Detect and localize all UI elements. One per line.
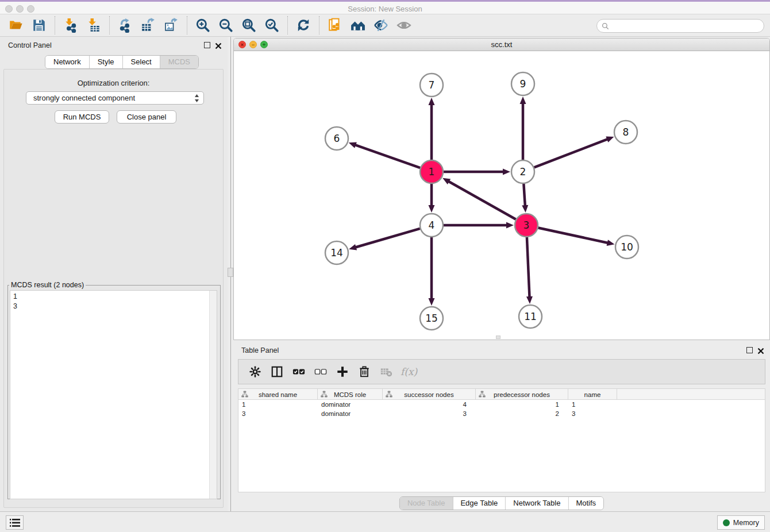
toolbar-separator	[319, 16, 319, 34]
network-window-titlebar[interactable]: × − + scc.txt	[234, 38, 769, 51]
close-panel-button[interactable]: Close panel	[117, 110, 176, 124]
control-panel-title: Control Panel	[8, 41, 52, 49]
app-title: Session: New Session	[0, 5, 770, 13]
network-graph[interactable]: 7968124314101511	[234, 52, 770, 340]
table-row[interactable]: 1dominator411	[238, 400, 765, 409]
graph-edge-arrow	[503, 169, 510, 175]
export-image-icon[interactable]	[163, 17, 180, 34]
graph-node-label: 9	[520, 78, 526, 90]
mcds-result-group: MCDS result (2 nodes) 1 3	[7, 281, 221, 499]
network-splitter-handle[interactable]	[496, 336, 500, 339]
tab-network[interactable]: Network	[45, 56, 90, 68]
search-input[interactable]	[612, 20, 764, 32]
graph-edge-arrow	[429, 98, 435, 105]
criterion-dropdown[interactable]: strongly connected component	[26, 91, 204, 105]
open-folder-icon[interactable]	[7, 17, 25, 34]
float-table-panel-icon[interactable]	[746, 347, 753, 353]
run-mcds-button[interactable]: Run MCDS	[55, 110, 109, 124]
graph-edge-arrow	[522, 205, 528, 213]
zoom-fit-icon[interactable]	[240, 17, 257, 34]
tab-network-table[interactable]: Network Table	[506, 497, 568, 510]
tab-select[interactable]: Select	[123, 56, 160, 68]
table-cell[interactable]: 3	[238, 409, 318, 418]
refresh-icon[interactable]	[295, 17, 312, 34]
table-cell[interactable]: 1	[568, 400, 617, 409]
panel-divider-handle[interactable]	[228, 268, 233, 277]
graph-node-label: 10	[621, 241, 633, 253]
graph-edge-1-6[interactable]	[355, 145, 420, 168]
delete-table-icon	[378, 364, 394, 380]
table-cell[interactable]: 1	[238, 400, 318, 409]
table-body: 1dominator4113dominator323	[238, 400, 765, 418]
table-cell[interactable]: dominator	[318, 409, 383, 418]
column-header-MCDS-role[interactable]: MCDS role	[318, 389, 383, 400]
graph-edge-arrow	[526, 296, 533, 304]
graph-edge-2-8[interactable]	[534, 139, 609, 168]
hide-eye-icon[interactable]	[372, 17, 390, 34]
export-table-icon[interactable]	[140, 17, 157, 34]
export-network-icon[interactable]	[117, 17, 134, 34]
toolbar-search[interactable]	[596, 19, 764, 33]
tab-node-table[interactable]: Node Table	[400, 497, 453, 510]
graph-node-label: 8	[623, 126, 629, 138]
graph-node-label: 6	[334, 133, 340, 144]
column-header-successor-nodes[interactable]: successor nodes	[383, 389, 476, 400]
graph-node-label: 2	[520, 166, 526, 178]
tab-mcds[interactable]: MCDS	[160, 56, 198, 68]
table-header-row: shared nameMCDS rolesuccessor nodesprede…	[238, 389, 765, 400]
optimization-criterion-label: Optimization criterion:	[4, 79, 223, 87]
graph-edge-arrow	[349, 244, 357, 250]
task-history-button[interactable]	[6, 515, 24, 530]
column-header-shared-name[interactable]: shared name	[238, 389, 318, 400]
table-cell[interactable]: dominator	[318, 400, 383, 409]
table-toolbar: f(x)	[238, 359, 765, 384]
float-panel-icon[interactable]	[204, 42, 210, 48]
columns-icon[interactable]	[269, 364, 285, 380]
close-table-panel-icon[interactable]	[757, 346, 764, 353]
zoom-in-icon[interactable]	[194, 17, 211, 34]
tab-motifs[interactable]: Motifs	[568, 497, 603, 510]
graph-edge-3-10[interactable]	[538, 228, 609, 243]
graph-edge-3-11[interactable]	[527, 237, 530, 298]
zoom-out-icon[interactable]	[217, 17, 234, 34]
import-network-icon[interactable]	[62, 17, 79, 34]
graph-edge-2-3[interactable]	[523, 184, 525, 206]
dropdown-stepper-icon	[194, 94, 199, 105]
gear-icon[interactable]	[247, 364, 263, 380]
import-table-icon[interactable]	[85, 17, 102, 34]
mcds-result-textarea[interactable]: 1 3	[10, 290, 217, 499]
delete-icon[interactable]	[356, 364, 372, 380]
graph-edge-3-1[interactable]	[448, 181, 516, 219]
deselect-checkboxes-icon[interactable]	[313, 364, 329, 380]
tab-edge-table[interactable]: Edge Table	[453, 497, 506, 510]
graph-node-label: 3	[523, 219, 530, 231]
tab-style[interactable]: Style	[90, 56, 123, 68]
network-from-file-icon[interactable]	[326, 17, 344, 34]
table-cell[interactable]: 4	[383, 400, 476, 409]
status-bar: Memory	[0, 511, 770, 532]
network-canvas[interactable]: 7968124314101511	[234, 52, 770, 340]
memory-label: Memory	[733, 519, 759, 527]
table-panel: Table Panel f(x) shared nameMCDS rol	[233, 342, 770, 510]
result-scrollbar[interactable]	[209, 291, 217, 499]
zoom-selected-icon[interactable]	[263, 17, 280, 34]
add-icon[interactable]	[334, 364, 351, 380]
column-header-name[interactable]: name	[568, 389, 617, 400]
select-all-checkboxes-icon[interactable]	[291, 364, 307, 380]
table-cell[interactable]: 2	[476, 409, 568, 418]
home-icon[interactable]	[349, 17, 367, 34]
graph-edge-arrow	[429, 205, 435, 213]
node-table: shared nameMCDS rolesuccessor nodesprede…	[238, 388, 765, 492]
close-panel-icon[interactable]	[215, 41, 222, 48]
graph-edge-4-14[interactable]	[355, 229, 420, 248]
table-row[interactable]: 3dominator323	[238, 409, 765, 418]
toolbar-separator	[55, 16, 55, 34]
table-cell[interactable]: 3	[383, 409, 476, 418]
table-cell[interactable]: 3	[568, 409, 617, 418]
toolbar-separator	[287, 16, 288, 34]
save-icon[interactable]	[30, 17, 48, 34]
column-header-predecessor-nodes[interactable]: predecessor nodes	[476, 389, 568, 400]
control-panel: Control Panel Network Style Select MCDS …	[0, 37, 228, 511]
table-cell[interactable]: 1	[476, 400, 568, 409]
memory-button[interactable]: Memory	[717, 515, 765, 530]
